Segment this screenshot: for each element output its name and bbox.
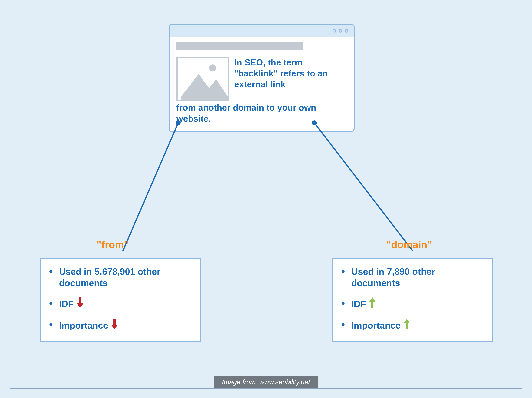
sentence-bottom: from another domain to your own website. — [176, 102, 347, 124]
arrow-down-icon — [111, 319, 118, 332]
highlight-domain: domain — [233, 103, 264, 113]
browser-body: In SEO, the term "backlink" refers to an… — [170, 37, 354, 131]
term-label-domain: "domain" — [386, 239, 432, 250]
svg-rect-8 — [114, 319, 115, 325]
domain-importance-item: Importance — [342, 319, 484, 332]
term-label-from: "from" — [97, 239, 129, 250]
domain-usage-text: Used in 7,890 other documents — [351, 266, 484, 289]
svg-marker-7 — [77, 304, 83, 308]
image-placeholder-icon — [176, 57, 229, 101]
svg-rect-11 — [371, 301, 374, 308]
arrow-up-icon — [404, 319, 410, 332]
info-box-from: Used in 5,678,901 other documents IDF Im… — [39, 258, 201, 342]
from-idf-label: IDF — [59, 298, 74, 310]
highlight-from: from — [176, 103, 196, 113]
domain-usage-item: Used in 7,890 other documents — [342, 266, 484, 289]
arrow-up-icon — [369, 298, 376, 310]
from-importance-label: Importance — [59, 320, 108, 331]
from-usage-text: Used in 5,678,901 other documents — [59, 266, 191, 289]
placeholder-heading-bar — [176, 42, 303, 50]
domain-importance-label: Importance — [351, 320, 400, 331]
svg-marker-1 — [181, 74, 228, 100]
window-dot-icon — [339, 29, 342, 33]
svg-marker-9 — [111, 325, 118, 329]
image-caption: Image from: www.seobility.net — [214, 376, 318, 388]
arrow-down-icon — [77, 298, 83, 310]
sentence-part1: In SEO, the term "backlink" refers to an… — [234, 57, 328, 89]
domain-idf-label: IDF — [351, 298, 366, 310]
svg-rect-13 — [406, 323, 408, 329]
from-usage-item: Used in 5,678,901 other documents — [49, 266, 191, 289]
browser-titlebar — [170, 25, 354, 37]
svg-point-0 — [209, 64, 216, 71]
domain-idf-item: IDF — [342, 298, 484, 310]
from-importance-item: Importance — [49, 319, 191, 332]
window-dot-icon — [333, 29, 336, 33]
from-idf-item: IDF — [49, 298, 191, 310]
info-box-domain: Used in 7,890 other documents IDF Import… — [332, 258, 493, 342]
sentence-top: In SEO, the term "backlink" refers to an… — [234, 57, 347, 90]
browser-window: In SEO, the term "backlink" refers to an… — [169, 24, 355, 132]
svg-marker-12 — [404, 319, 410, 323]
svg-rect-6 — [79, 298, 81, 304]
svg-marker-10 — [369, 298, 376, 302]
window-dot-icon — [345, 29, 348, 33]
sentence-mid1: another — [196, 103, 233, 113]
